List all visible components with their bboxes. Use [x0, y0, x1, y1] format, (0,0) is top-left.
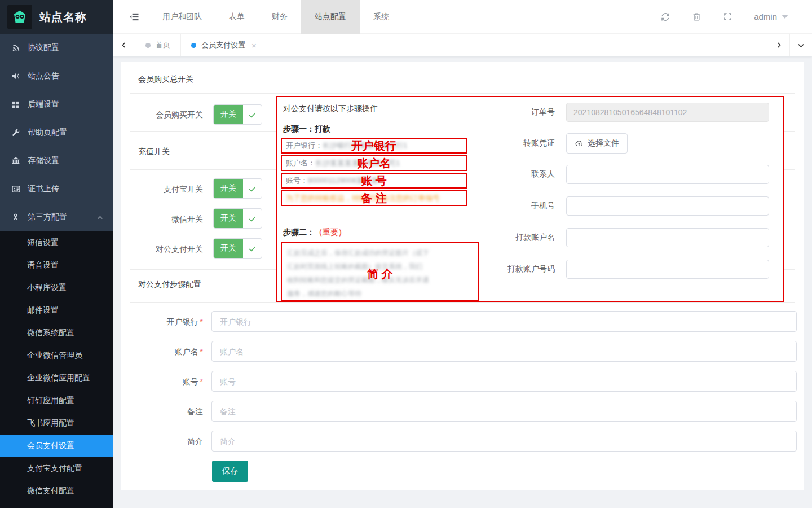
tab-dot — [191, 43, 196, 48]
bank-icon — [11, 156, 21, 165]
sidebar-item-mail-settings[interactable]: 邮件设置 — [0, 299, 113, 322]
fullscreen-icon[interactable] — [723, 12, 732, 21]
tab-member-payment-settings[interactable]: 会员支付设置 × — [181, 34, 267, 56]
sidebar-item-help-page-config[interactable]: 帮助页配置 — [0, 119, 113, 147]
caret-down-icon — [782, 15, 788, 19]
section-title-recharge-switch: 充值开关 — [138, 147, 170, 157]
demo-payer-number-input — [566, 260, 769, 279]
sidebar-item-alipay-payment-config[interactable]: 支付宝支付配置 — [0, 457, 113, 480]
demo-phone-input — [566, 196, 769, 216]
sidebar-item-wecom-admin[interactable]: 企业微信管理员 — [0, 344, 113, 367]
check-icon — [243, 105, 262, 124]
demo-payer-name-row: 打款账户名 — [492, 227, 780, 248]
account-name-input[interactable] — [211, 341, 797, 362]
section-title-master-switch: 会员购买总开关 — [138, 75, 193, 85]
required-mark: * — [200, 347, 203, 356]
demo-bank-line: 开户银行： 长沙银行某某某某某支行1 开户银行 — [281, 138, 467, 154]
nav-site-config[interactable]: 站点配置 — [301, 0, 360, 34]
logo — [7, 5, 32, 29]
person-icon — [11, 213, 21, 222]
section-title-corporate-steps-config: 对公支付步骤配置 — [138, 279, 201, 290]
blurred-bank-value: 长沙银行某某某某某支行1 — [323, 141, 407, 151]
wrench-icon — [11, 128, 21, 137]
member-purchase-toggle[interactable]: 开关 — [213, 104, 262, 125]
trash-icon[interactable] — [692, 12, 701, 22]
sidebar-item-third-party-config[interactable]: 第三方配置 — [0, 203, 113, 231]
demo-choose-file-button: 选择文件 — [566, 133, 628, 154]
tabbar-spacer — [267, 34, 767, 56]
user-menu[interactable]: admin — [754, 12, 788, 21]
sidebar-item-feishu-app-config[interactable]: 飞书应用配置 — [0, 412, 113, 435]
corporate-payment-toggle[interactable]: 开关 — [213, 238, 262, 259]
demo-payer-name-input — [566, 228, 769, 247]
sidebar-item-wechat-system-config[interactable]: 微信系统配置 — [0, 322, 113, 344]
settings-card: 会员购买总开关 会员购买开关 开关 充值开关 支付宝开关 开关 微信开关 开关 … — [121, 62, 804, 490]
chevron-up-icon — [96, 214, 104, 221]
sidebar-item-miniprogram-settings[interactable]: 小程序设置 — [0, 277, 113, 299]
important-note: （重要） — [315, 227, 346, 237]
wechat-toggle[interactable]: 开关 — [213, 208, 262, 229]
nav-finance[interactable]: 财务 — [258, 0, 301, 34]
label-account-name-field: 账户名* — [121, 346, 203, 357]
topbar-main: 用户和团队 表单 财务 站点配置 系统 admin — [113, 0, 812, 34]
sidebar-item-voice-settings[interactable]: 语音设置 — [0, 254, 113, 277]
account-number-input[interactable] — [211, 371, 797, 392]
demo-contact-input — [566, 165, 769, 184]
remark-input[interactable] — [211, 401, 797, 422]
label-alipay-switch: 支付宝开关 — [121, 183, 203, 195]
divider — [130, 302, 795, 303]
bank-input[interactable] — [211, 311, 797, 332]
demo-intro-text: 对公支付请按以下步骤操作 — [283, 104, 378, 114]
tab-home[interactable]: 首页 — [135, 34, 181, 56]
intro-input[interactable] — [211, 431, 797, 452]
id-card-icon — [11, 185, 21, 194]
save-button[interactable]: 保存 — [212, 461, 248, 482]
main-content: 会员购买总开关 会员购买开关 开关 充值开关 支付宝开关 开关 微信开关 开关 … — [113, 56, 812, 508]
topbar-actions: admin — [660, 12, 812, 22]
sidebar-item-wecom-app-config[interactable]: 企业微信应用配置 — [0, 367, 113, 389]
demo-step2-text: 步骤二：（重要） — [283, 227, 346, 238]
tab-dot — [145, 43, 151, 48]
divider — [130, 93, 795, 94]
blurred-remark-value: 为了您的转账权益，转账时请备注您的订单编号 — [286, 193, 440, 203]
sidebar-item-sms-settings[interactable]: 短信设置 — [0, 231, 113, 254]
grid-icon — [11, 100, 21, 109]
demo-account-line: 账户名： 长沙某某某某某有限公司1 账户名 — [281, 155, 467, 171]
tabs-options-button[interactable] — [789, 34, 812, 56]
sidebar-item-site-announcement[interactable]: 站点公告 — [0, 62, 113, 90]
owl-logo-icon — [11, 8, 28, 25]
logo-area: 站点名称 — [0, 0, 113, 34]
label-member-purchase-switch: 会员购买开关 — [121, 109, 203, 120]
demo-remark-line: 为了您的转账权益，转账时请备注您的订单编号 备 注 — [281, 190, 467, 206]
label-remark-field: 备注 — [121, 406, 203, 417]
nav-forms[interactable]: 表单 — [215, 0, 258, 34]
alipay-toggle[interactable]: 开关 — [213, 178, 262, 199]
demo-contact-row: 联系人 — [492, 164, 780, 185]
label-corporate-payment-switch: 对公支付开关 — [121, 243, 203, 255]
refresh-icon[interactable] — [660, 12, 670, 22]
demo-order-row: 订单号 — [492, 102, 780, 122]
username: admin — [754, 12, 777, 21]
menu-fold-icon[interactable] — [129, 11, 140, 23]
sidebar: 协议配置 站点公告 后端设置 帮助页配置 存储设置 证书上传 第三方配置 短信设… — [0, 34, 113, 508]
sidebar-item-member-payment-settings[interactable]: 会员支付设置 — [0, 435, 113, 457]
nav-users-teams[interactable]: 用户和团队 — [149, 0, 215, 34]
rss-icon — [11, 43, 21, 52]
tab-close-icon[interactable]: × — [251, 41, 257, 50]
cloud-upload-icon — [575, 139, 584, 148]
site-title: 站点名称 — [39, 10, 87, 25]
demo-number-line: 账号： 800001129008某某某0 账 号 — [281, 173, 467, 189]
speaker-icon — [11, 72, 21, 81]
nav-system[interactable]: 系统 — [360, 0, 403, 34]
required-mark: * — [200, 377, 203, 386]
sidebar-item-storage-settings[interactable]: 存储设置 — [0, 147, 113, 175]
demo-voucher-row: 转账凭证 选择文件 — [492, 133, 780, 154]
sidebar-item-backend-settings[interactable]: 后端设置 — [0, 90, 113, 119]
sidebar-item-certificate-upload[interactable]: 证书上传 — [0, 175, 113, 203]
sidebar-item-wechat-payment-config[interactable]: 微信支付配置 — [0, 480, 113, 502]
tabs-scroll-left-button[interactable] — [113, 34, 135, 56]
sidebar-item-protocol-config[interactable]: 协议配置 — [0, 34, 113, 62]
tabs-scroll-right-button[interactable] — [767, 34, 789, 56]
sidebar-item-dingtalk-app-config[interactable]: 钉钉应用配置 — [0, 389, 113, 412]
demo-order-number-input — [566, 103, 769, 122]
